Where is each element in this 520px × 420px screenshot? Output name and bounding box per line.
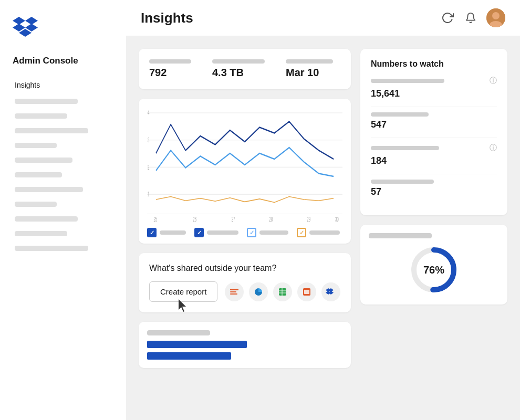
numbers-to-watch-card: Numbers to watch ⓘ 15,641 547: [360, 49, 507, 215]
sheets-icon[interactable]: [273, 282, 292, 301]
left-column: 792 4.3 TB Mar 10: [139, 49, 351, 368]
sidebar-placeholder-4[interactable]: [15, 143, 57, 148]
dropbox-file-icon-svg: [326, 287, 336, 297]
number-label-bar-2: [371, 112, 429, 117]
stat-bar-2: [212, 59, 265, 64]
stat-value-members: 792: [149, 67, 191, 79]
legend-check-2: ✓: [194, 228, 204, 237]
chart-container: 4 3 2 1 25 26 27 28: [147, 107, 342, 223]
sidebar-placeholder-2[interactable]: [15, 113, 67, 119]
divider-1: [371, 107, 497, 107]
dropbox-logo-icon: [13, 16, 38, 37]
legend-item-4: ✓: [297, 228, 340, 237]
stats-card: 792 4.3 TB Mar 10: [139, 49, 351, 89]
sharing-card: What's shared outside your team? Create …: [139, 253, 351, 312]
avatar[interactable]: [486, 8, 505, 27]
avatar-svg: [486, 8, 505, 27]
content-area: 792 4.3 TB Mar 10: [126, 36, 520, 381]
sidebar-placeholder-11[interactable]: [15, 246, 88, 251]
svg-rect-20: [230, 291, 236, 292]
legend-label-1: [160, 230, 186, 235]
sharing-content: Create report: [149, 281, 340, 302]
number-label-bar-1: [371, 79, 444, 83]
legend-item-1: ✓: [147, 228, 186, 237]
number-value-2: 547: [371, 119, 497, 130]
svg-rect-19: [230, 289, 238, 290]
logo: [0, 10, 126, 49]
donut-chart-container: 76%: [369, 244, 499, 296]
stat-bar-3: [286, 59, 333, 64]
svg-rect-27: [304, 290, 309, 294]
svg-text:25: 25: [153, 215, 157, 223]
create-report-wrapper: Create report: [149, 281, 217, 302]
divider-2: [371, 138, 497, 138]
bottom-right-card: 76%: [360, 225, 507, 304]
number-value-1: 15,641: [371, 88, 497, 99]
bar-2: [147, 352, 231, 360]
main-content: Insights: [126, 0, 520, 420]
bar-row-2: [147, 352, 342, 360]
ppt-icon-svg: [301, 287, 312, 297]
sidebar-placeholder-9[interactable]: [15, 216, 78, 222]
stat-members: 792: [149, 59, 191, 79]
svg-text:28: 28: [269, 215, 273, 223]
stat-storage: 4.3 TB: [212, 59, 265, 79]
number-row-3: ⓘ 184: [371, 143, 497, 166]
bottom-bar-label-1: [147, 330, 210, 335]
bell-icon[interactable]: [463, 10, 478, 25]
sidebar-placeholder-8[interactable]: [15, 202, 57, 207]
info-icon-3[interactable]: ⓘ: [490, 143, 497, 153]
dropbox-file-icon[interactable]: [321, 282, 340, 301]
bottom-left-card: [139, 322, 351, 368]
text-icon-svg: [229, 287, 240, 297]
pie-icon-svg: [253, 287, 264, 297]
sharing-title: What's shared outside your team?: [149, 264, 340, 273]
sidebar-placeholder-7[interactable]: [15, 187, 83, 192]
svg-rect-21: [230, 293, 237, 295]
number-value-3: 184: [371, 155, 497, 166]
number-label-bar-4: [371, 180, 434, 184]
svg-text:26: 26: [193, 215, 196, 223]
stat-value-storage: 4.3 TB: [212, 67, 265, 79]
text-file-icon[interactable]: [225, 282, 244, 301]
create-report-button[interactable]: Create report: [149, 281, 217, 302]
svg-text:3: 3: [148, 136, 149, 144]
sidebar-placeholder-6[interactable]: [15, 172, 62, 177]
info-icon-1[interactable]: ⓘ: [490, 76, 497, 86]
sidebar-placeholder-10[interactable]: [15, 231, 67, 236]
number-row-2: 547: [371, 112, 497, 130]
chart-legend: ✓ ✓ ✓: [147, 228, 342, 237]
donut-label: [369, 233, 432, 238]
sidebar-placeholder-3[interactable]: [15, 128, 88, 133]
refresh-icon[interactable]: [440, 10, 455, 25]
stat-bar-1: [149, 59, 191, 64]
stat-value-date: Mar 10: [286, 67, 333, 79]
svg-text:2: 2: [148, 163, 149, 171]
file-type-icons: [225, 282, 340, 301]
stat-date: Mar 10: [286, 59, 333, 79]
bar-1: [147, 341, 247, 348]
svg-text:27: 27: [232, 215, 235, 223]
sidebar-placeholder-5[interactable]: [15, 158, 72, 163]
header: Insights: [126, 0, 520, 36]
chart-card: 4 3 2 1 25 26 27 28: [139, 99, 351, 244]
sidebar-nav: Insights: [0, 77, 126, 255]
legend-label-2: [207, 230, 238, 235]
pie-chart-icon[interactable]: [249, 282, 268, 301]
svg-rect-22: [279, 288, 286, 296]
sidebar-placeholder-1[interactable]: [15, 99, 78, 104]
ppt-icon[interactable]: [297, 282, 316, 301]
svg-point-1: [492, 12, 500, 19]
legend-check-1: ✓: [147, 228, 157, 237]
svg-text:29: 29: [307, 215, 310, 223]
avatar-image: [486, 8, 505, 27]
legend-item-2: ✓: [194, 228, 238, 237]
svg-text:4: 4: [148, 109, 150, 117]
sidebar: Admin Console Insights: [0, 0, 126, 420]
number-row-4: 57: [371, 180, 497, 197]
sidebar-title: Admin Console: [0, 49, 126, 77]
legend-item-3: ✓: [247, 228, 288, 237]
legend-label-4: [309, 230, 340, 235]
divider-3: [371, 174, 497, 174]
sidebar-item-insights[interactable]: Insights: [8, 77, 118, 93]
